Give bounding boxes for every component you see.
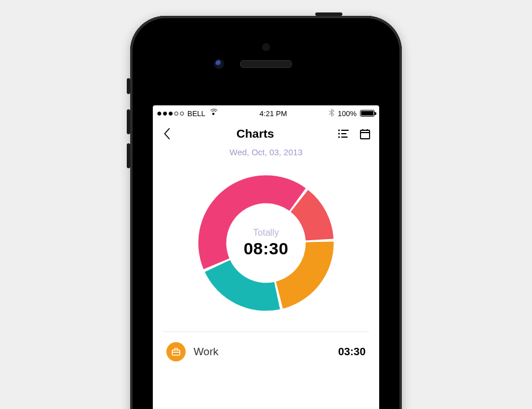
silence-switch[interactable] bbox=[127, 78, 130, 94]
date-subtitle: Wed, Oct, 03, 2013 bbox=[153, 147, 379, 157]
category-row[interactable]: Work03:30 bbox=[153, 332, 379, 372]
battery-percent: 100% bbox=[338, 109, 357, 118]
earpiece-speaker bbox=[240, 60, 292, 68]
carrier-label: BELL bbox=[187, 109, 205, 118]
svg-rect-6 bbox=[361, 130, 370, 139]
calendar-button[interactable] bbox=[359, 127, 371, 140]
back-button[interactable] bbox=[161, 127, 173, 140]
battery-icon bbox=[360, 110, 375, 117]
proximity-sensor bbox=[262, 43, 270, 51]
time-breakdown-donut[interactable]: Totally 08:30 bbox=[192, 169, 340, 317]
category-time: 03:30 bbox=[338, 346, 366, 358]
phone-frame: BELL 4:21 PM 100% Charts bbox=[130, 16, 402, 409]
volume-up-button[interactable] bbox=[127, 109, 130, 134]
status-bar: BELL 4:21 PM 100% bbox=[153, 105, 379, 121]
donut-center: Totally 08:30 bbox=[192, 169, 340, 317]
category-name: Work bbox=[194, 346, 330, 358]
front-camera bbox=[214, 59, 224, 69]
wifi-icon bbox=[209, 110, 218, 117]
nav-bar: Charts bbox=[153, 121, 379, 146]
briefcase-icon bbox=[166, 342, 186, 361]
app-screen: BELL 4:21 PM 100% Charts bbox=[153, 105, 379, 409]
category-list: Work03:30 bbox=[153, 332, 379, 372]
donut-center-value: 08:30 bbox=[243, 239, 288, 258]
power-button[interactable] bbox=[315, 12, 342, 16]
volume-down-button[interactable] bbox=[127, 143, 130, 168]
status-time: 4:21 PM bbox=[260, 109, 287, 118]
bluetooth-icon bbox=[329, 109, 334, 118]
donut-center-label: Totally bbox=[253, 228, 278, 238]
list-view-button[interactable] bbox=[337, 127, 350, 140]
page-title: Charts bbox=[237, 127, 274, 140]
signal-strength-icon bbox=[157, 112, 184, 116]
